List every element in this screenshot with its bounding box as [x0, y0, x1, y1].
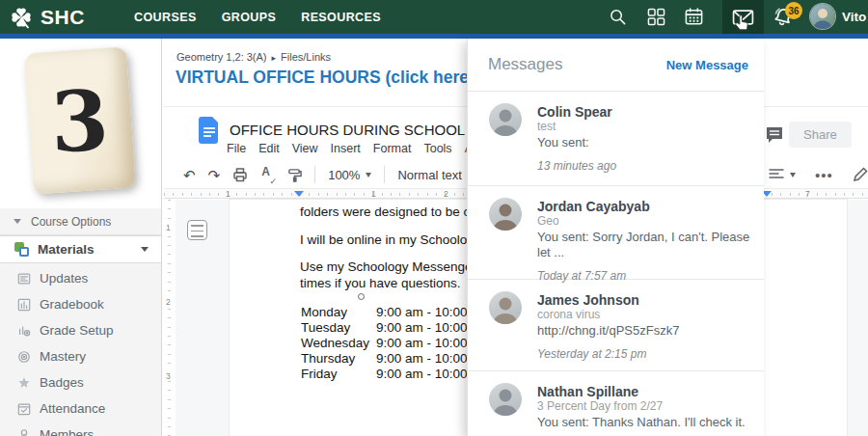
- materials-icon: [14, 242, 30, 258]
- course-image-card: 3: [0, 39, 161, 208]
- document-outline-icon[interactable]: [187, 220, 207, 240]
- sidebar-item-grade-setup[interactable]: Grade Setup: [0, 317, 161, 343]
- message-preview: You sent:: [537, 135, 750, 150]
- sidebar-item-gradebook[interactable]: Gradebook: [0, 291, 161, 317]
- breadcrumb-separator-icon: ▸: [272, 53, 277, 63]
- chevron-down-icon: [790, 173, 796, 177]
- shamrock-icon: [9, 5, 34, 30]
- sidebar-item-updates[interactable]: Updates: [0, 265, 161, 291]
- logo-text: SHC: [41, 6, 85, 29]
- schedule-row: Friday9:00 am - 10:00 am: [301, 367, 489, 381]
- sender-name: Colin Spear: [537, 104, 750, 120]
- schedule-row: Thursday9:00 am - 10:00 am: [301, 351, 489, 366]
- school-logo[interactable]: SHC: [9, 0, 85, 34]
- sidebar-item-label: Updates: [40, 271, 88, 286]
- gdoc-toolbar-right: •••: [769, 162, 868, 187]
- members-icon: [17, 428, 31, 436]
- messages-icon[interactable]: [722, 0, 764, 34]
- sidebar-item-label: Attendance: [40, 401, 105, 416]
- apps-grid-icon[interactable]: [638, 0, 673, 34]
- mastery-icon: [17, 350, 31, 364]
- zoom-select[interactable]: 100%: [328, 168, 371, 182]
- gdoc-menu-tools[interactable]: Tools: [423, 142, 451, 155]
- calendar-icon[interactable]: [676, 0, 711, 34]
- search-icon[interactable]: [600, 0, 635, 34]
- sender-name: Jordan Cayabyab: [537, 199, 750, 214]
- sidebar-item-label: Materials: [38, 242, 95, 257]
- course-image[interactable]: 3: [23, 46, 139, 199]
- notification-count-badge[interactable]: 36: [785, 2, 802, 19]
- sender-name: Nathan Spillane: [537, 384, 750, 399]
- gdoc-menu-view[interactable]: View: [292, 142, 318, 155]
- undo-icon[interactable]: ↶: [183, 168, 196, 182]
- schedule-row: Monday9:00 am - 10:00 am: [301, 305, 489, 319]
- messages-title: Messages: [488, 55, 562, 74]
- align-select[interactable]: [769, 168, 796, 181]
- new-message-link[interactable]: New Message: [666, 58, 748, 72]
- menu-resources[interactable]: RESOURCES: [301, 11, 381, 24]
- message-subject: corona virus: [537, 308, 750, 322]
- breadcrumb-section[interactable]: Files/Links: [281, 51, 331, 63]
- sidebar-item-label: Badges: [40, 375, 84, 390]
- comments-icon[interactable]: [765, 125, 784, 149]
- indent-marker[interactable]: [294, 191, 304, 197]
- gradebook-icon: [17, 298, 31, 312]
- vertical-ruler: 1 2 3: [164, 200, 176, 436]
- message-subject: Geo: [537, 214, 750, 229]
- doc-anchor-dot: [358, 293, 365, 300]
- paint-format-icon[interactable]: [287, 168, 302, 182]
- screen: SHC COURSES GROUPS RESOURCES 36 Vito: [0, 0, 868, 436]
- doc-paragraph: times if you have questions.: [300, 276, 461, 290]
- badges-icon: [17, 376, 31, 390]
- gdoc-menu-format[interactable]: Format: [373, 142, 412, 155]
- print-icon[interactable]: [232, 167, 248, 182]
- user-avatar[interactable]: [810, 4, 835, 29]
- more-options-icon[interactable]: •••: [815, 167, 833, 183]
- share-button[interactable]: Share: [789, 122, 852, 148]
- message-preview: You sent: Thanks Nathan. I'll check it.: [537, 415, 750, 430]
- sidebar-item-label: Gradebook: [40, 297, 104, 312]
- course-options-toggle[interactable]: Course Options: [0, 208, 161, 235]
- message-item[interactable]: Colin Spear test You sent: 13 minutes ag…: [468, 92, 764, 186]
- gdoc-menu-edit[interactable]: Edit: [258, 142, 280, 155]
- edit-pencil-icon[interactable]: [853, 167, 868, 182]
- sidebar-item-badges[interactable]: Badges: [0, 369, 161, 395]
- message-timestamp: Yesterday at 2:15 pm: [537, 347, 750, 361]
- menu-groups[interactable]: GROUPS: [222, 11, 277, 24]
- align-left-icon: [769, 168, 784, 181]
- attendance-icon: [17, 402, 31, 416]
- sidebar-item-materials[interactable]: Materials: [0, 235, 161, 263]
- sidebar-item-members[interactable]: Members: [0, 422, 161, 436]
- sidebar-item-label: Mastery: [40, 349, 86, 364]
- message-item[interactable]: James Johnson corona virus http://chng.i…: [468, 280, 764, 371]
- avatar: [489, 198, 522, 231]
- number-block: 3: [24, 46, 136, 194]
- doc-paragraph: Use my Schoology Messenger ap: [300, 259, 495, 274]
- avatar: [489, 103, 522, 136]
- spellcheck-icon[interactable]: A✓: [260, 167, 275, 183]
- sidebar-item-attendance[interactable]: Attendance: [0, 395, 161, 422]
- course-sidebar: 3 Course Options Materials Updates Grade…: [0, 39, 162, 436]
- updates-icon: [17, 272, 31, 286]
- paragraph-style-select[interactable]: Normal text: [397, 168, 473, 182]
- gdoc-menu-insert[interactable]: Insert: [331, 142, 361, 155]
- breadcrumb: Geometry 1,2: 3(A)▸Files/Links: [176, 51, 331, 63]
- message-item[interactable]: Jordan Cayabyab Geo You sent: Sorry Jord…: [468, 186, 764, 280]
- avatar: [489, 291, 522, 324]
- block-number: 3: [49, 70, 110, 170]
- sidebar-item-label: Grade Setup: [40, 323, 114, 338]
- message-subject: 3 Percent Day from 2/27: [537, 399, 750, 414]
- menu-courses[interactable]: COURSES: [134, 11, 197, 24]
- page-title-link[interactable]: VIRTUAL OFFICE HOURS (click here): [176, 68, 475, 88]
- message-item[interactable]: Nathan Spillane 3 Percent Day from 2/27 …: [468, 371, 764, 436]
- chevron-down-icon: [14, 219, 21, 224]
- user-name[interactable]: Vito: [842, 0, 866, 34]
- main-menu: COURSES GROUPS RESOURCES: [134, 0, 381, 34]
- breadcrumb-course[interactable]: Geometry 1,2: 3(A): [176, 51, 267, 63]
- top-navbar: SHC COURSES GROUPS RESOURCES 36 Vito: [0, 0, 868, 34]
- redo-icon[interactable]: ↷: [208, 168, 221, 182]
- sidebar-item-mastery[interactable]: Mastery: [0, 343, 161, 369]
- gdoc-menu-file[interactable]: File: [227, 142, 246, 155]
- chevron-down-icon[interactable]: [141, 247, 149, 252]
- messages-header: Messages New Message: [468, 39, 764, 92]
